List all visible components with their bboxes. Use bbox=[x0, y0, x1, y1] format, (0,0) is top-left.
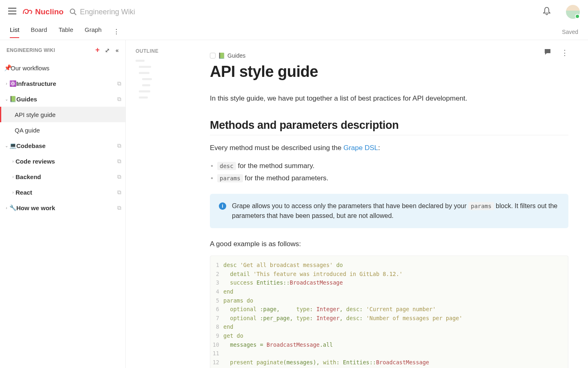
tree-row[interactable]: ›🔧How we work⧉ bbox=[0, 200, 125, 215]
line-number: 5 bbox=[210, 296, 223, 305]
doc-title[interactable]: API style guide bbox=[210, 63, 568, 81]
notifications-icon[interactable] bbox=[543, 7, 550, 17]
tree-label: How we work bbox=[16, 204, 117, 211]
tree-label: Guides bbox=[16, 96, 117, 103]
copy-icon[interactable]: ⧉ bbox=[117, 189, 121, 196]
sidebar-title: ENGINEERING WIKI bbox=[7, 47, 55, 53]
tree-row[interactable]: QA guide bbox=[0, 122, 125, 138]
copy-icon[interactable]: ⧉ bbox=[117, 173, 121, 180]
sidebar-header: ENGINEERING WIKI + ⤢ « bbox=[0, 40, 125, 60]
chevron-icon[interactable]: ⌄ bbox=[4, 144, 9, 148]
tree-emoji: 💻 bbox=[9, 142, 16, 149]
doc-actions: ⋮ bbox=[544, 48, 568, 58]
tree-label: QA guide bbox=[15, 127, 121, 134]
tree-row[interactable]: ⌄📗Guides⧉ bbox=[0, 91, 125, 107]
code-line: end bbox=[223, 287, 233, 296]
line-number: 3 bbox=[210, 278, 223, 287]
tree-label: Our workflows bbox=[11, 65, 121, 72]
tree-emoji: 📗 bbox=[9, 96, 16, 102]
code-line: messages = BroadcastMessage.all bbox=[223, 341, 333, 350]
code-line: get do bbox=[223, 332, 243, 341]
inline-code: params bbox=[217, 174, 243, 182]
outline-title: OUTLINE bbox=[136, 48, 199, 54]
callout-code: params bbox=[468, 202, 494, 210]
tree-row[interactable]: ›⚛️Infrastructure⧉ bbox=[0, 76, 125, 91]
tree-row[interactable]: ›Backend⧉ bbox=[0, 169, 125, 184]
view-tab-graph[interactable]: Graph bbox=[85, 26, 102, 37]
tree-label: Codebase bbox=[16, 142, 117, 149]
tree-row[interactable]: 📌Our workflows bbox=[0, 60, 125, 76]
doc-codeblock[interactable]: 1desc 'Get all broadcast messages' do2 d… bbox=[210, 256, 568, 368]
line-number: 7 bbox=[210, 314, 223, 323]
doc-callout[interactable]: i Grape allows you to access only the pa… bbox=[210, 194, 568, 228]
bullet-item[interactable]: params for the method parameters. bbox=[217, 172, 568, 185]
chevron-icon[interactable]: › bbox=[11, 175, 16, 179]
line-number: 11 bbox=[210, 349, 223, 358]
chevron-icon[interactable]: › bbox=[4, 206, 9, 210]
copy-icon[interactable]: ⧉ bbox=[117, 80, 121, 87]
breadcrumb-emoji: 📗 bbox=[218, 52, 225, 59]
copy-icon[interactable]: ⧉ bbox=[117, 142, 121, 149]
app-logo[interactable]: Nuclino bbox=[22, 7, 64, 16]
code-line: present paginate(messages), with: Entiti… bbox=[223, 358, 429, 367]
search[interactable] bbox=[69, 8, 194, 16]
search-input[interactable] bbox=[80, 8, 194, 16]
line-number: 8 bbox=[210, 323, 223, 332]
chevron-icon[interactable]: › bbox=[4, 81, 9, 86]
info-icon: i bbox=[219, 202, 226, 210]
view-tabs: ListBoardTableGraph ⋮ Saved bbox=[0, 24, 588, 40]
sidebar-tree: 📌Our workflows›⚛️Infrastructure⧉⌄📗Guides… bbox=[0, 60, 125, 215]
tree-label: Backend bbox=[16, 173, 117, 180]
copy-icon[interactable]: ⧉ bbox=[117, 204, 121, 211]
copy-icon[interactable]: ⧉ bbox=[117, 96, 121, 103]
view-tab-board[interactable]: Board bbox=[31, 26, 47, 37]
pin-icon: 📌 bbox=[4, 64, 11, 72]
line-number: 6 bbox=[210, 305, 223, 314]
line-number: 9 bbox=[210, 332, 223, 341]
copy-icon[interactable]: ⧉ bbox=[117, 158, 121, 165]
doc-more-icon[interactable]: ⋮ bbox=[561, 48, 568, 58]
header: Nuclino bbox=[0, 0, 588, 24]
breadcrumb-checkbox-icon[interactable] bbox=[210, 53, 216, 58]
doc-h2[interactable]: Methods and parameters description bbox=[210, 119, 568, 135]
code-line: detail 'This feature was introduced in G… bbox=[223, 270, 403, 279]
tree-emoji: ⚛️ bbox=[9, 80, 16, 87]
line-number: 1 bbox=[210, 261, 223, 270]
chevron-icon[interactable]: ⌄ bbox=[4, 97, 9, 101]
breadcrumb-label: Guides bbox=[227, 52, 245, 59]
bullet-item[interactable]: desc for the method summary. bbox=[217, 160, 568, 173]
line-number: 10 bbox=[210, 341, 223, 350]
view-tab-list[interactable]: List bbox=[10, 26, 19, 38]
code-line: optional :per_page, type: Integer, desc:… bbox=[223, 314, 462, 323]
inline-code: desc bbox=[217, 162, 236, 170]
view-tab-table[interactable]: Table bbox=[58, 26, 73, 37]
comments-icon[interactable] bbox=[544, 48, 551, 58]
code-line: params do bbox=[223, 296, 253, 305]
tree-label: API style guide bbox=[15, 111, 121, 118]
search-icon bbox=[69, 8, 77, 16]
menu-icon[interactable] bbox=[8, 8, 16, 16]
breadcrumb[interactable]: 📗 Guides bbox=[210, 52, 568, 59]
tree-row[interactable]: ⌄💻Codebase⧉ bbox=[0, 138, 125, 153]
doc-intro[interactable]: In this style guide, we have put togethe… bbox=[210, 94, 568, 103]
add-page-icon[interactable]: + bbox=[93, 46, 102, 54]
grape-dsl-link[interactable]: Grape DSL bbox=[343, 144, 378, 152]
tree-row[interactable]: API style guide bbox=[0, 107, 125, 122]
code-line: success Entities::BroadcastMessage bbox=[223, 278, 343, 287]
line-number: 12 bbox=[210, 358, 223, 367]
collapse-sidebar-icon[interactable]: « bbox=[112, 47, 122, 54]
doc-bullets[interactable]: desc for the method summary.params for t… bbox=[210, 160, 568, 185]
expand-icon[interactable]: ⤢ bbox=[102, 47, 112, 54]
sidebar: ENGINEERING WIKI + ⤢ « 📌Our workflows›⚛️… bbox=[0, 40, 126, 368]
doc-para-1[interactable]: Every method must be described using the… bbox=[210, 143, 568, 153]
doc-para-2[interactable]: A good example is as follows: bbox=[210, 239, 568, 249]
tabs-more-icon[interactable]: ⋮ bbox=[113, 28, 120, 36]
chevron-icon[interactable]: › bbox=[11, 159, 16, 164]
tree-row[interactable]: ›Code reviews⧉ bbox=[0, 153, 125, 169]
document: ⋮ 📗 Guides API style guide In this style… bbox=[199, 40, 588, 368]
tree-row[interactable]: ›React⧉ bbox=[0, 184, 125, 200]
saved-indicator: Saved bbox=[562, 29, 578, 35]
avatar[interactable] bbox=[566, 5, 580, 19]
chevron-icon[interactable]: › bbox=[11, 190, 16, 195]
app-name: Nuclino bbox=[35, 7, 64, 16]
